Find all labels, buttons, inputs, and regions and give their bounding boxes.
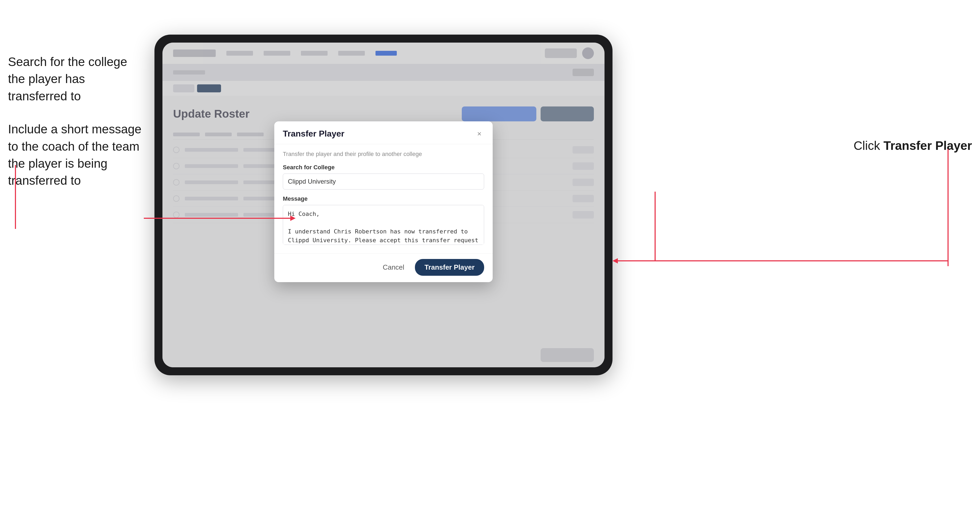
ipad-device: Update Roster [154,35,612,375]
annotation-search: Search for the college the player has tr… [8,53,146,105]
left-annotations: Search for the college the player has tr… [8,53,146,205]
modal-header: Transfer Player × [274,121,493,144]
message-textarea[interactable]: Hi Coach, I understand Chris Robertson h… [283,205,484,245]
right-annotation: Click Transfer Player [854,138,972,153]
modal-body: Transfer the player and their profile to… [274,144,493,253]
modal-overlay: Transfer Player × Transfer the player an… [162,43,605,367]
transfer-player-button[interactable]: Transfer Player [415,259,484,276]
annotation-click-text: Click Transfer Player [854,139,972,152]
modal-title: Transfer Player [283,129,344,139]
transfer-player-modal: Transfer Player × Transfer the player an… [274,121,493,282]
search-college-input[interactable] [283,173,484,189]
annotation-message: Include a short message to the coach of … [8,121,146,189]
annotation-transfer-bold: Transfer Player [884,139,972,152]
svg-marker-8 [612,258,618,264]
modal-close-button[interactable]: × [474,129,484,138]
search-college-label: Search for College [283,164,484,171]
ipad-screen: Update Roster [162,43,605,367]
cancel-button[interactable]: Cancel [377,260,410,275]
modal-footer: Cancel Transfer Player [274,253,493,282]
message-label: Message [283,195,484,202]
modal-description: Transfer the player and their profile to… [283,151,484,157]
